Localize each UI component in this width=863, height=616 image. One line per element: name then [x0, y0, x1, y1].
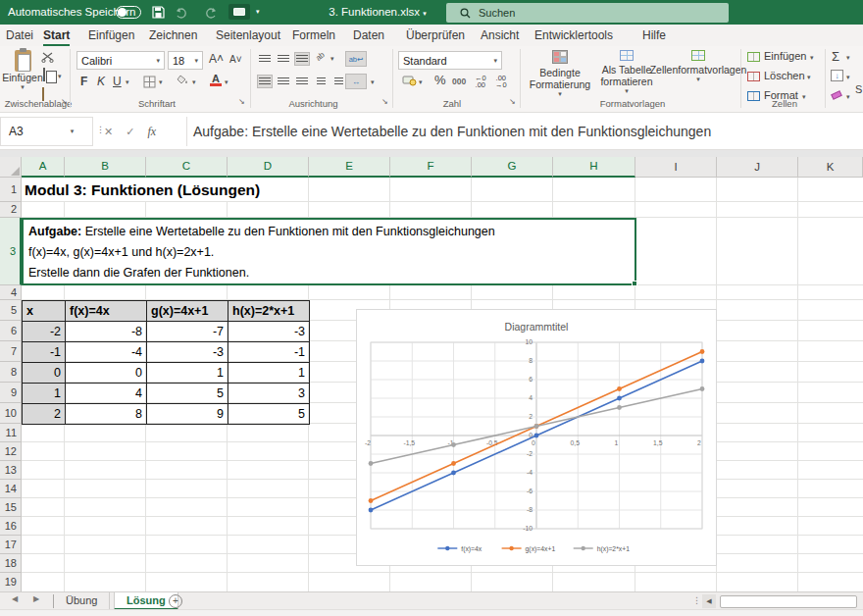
- row-header-19[interactable]: 19: [0, 573, 22, 591]
- table-cell[interactable]: -8: [66, 322, 147, 342]
- align-bottom-icon[interactable]: [294, 52, 310, 66]
- clipboard-dialog-launcher-icon[interactable]: ↘: [61, 97, 68, 106]
- table-cell[interactable]: 1: [23, 384, 66, 404]
- comma-style-icon[interactable]: 000: [452, 77, 466, 86]
- col-header-B[interactable]: B: [65, 157, 146, 178]
- table-cell[interactable]: 0: [66, 363, 147, 384]
- col-header-F[interactable]: F: [390, 157, 472, 178]
- fill-color-icon[interactable]: [177, 75, 189, 86]
- table-cell[interactable]: -3: [147, 342, 228, 363]
- table-cell[interactable]: -1: [23, 342, 66, 363]
- col-header-D[interactable]: D: [228, 157, 309, 178]
- row-header-4[interactable]: 4: [0, 285, 22, 300]
- ribbon-tab-zeichnen[interactable]: Zeichnen: [149, 25, 197, 46]
- table-cell[interactable]: 9: [147, 404, 228, 425]
- cell-a3-selected[interactable]: Aufgabe: Erstelle eine Wertetabelle zu d…: [22, 218, 636, 285]
- row-header-10[interactable]: 10: [0, 403, 22, 424]
- row-header-6[interactable]: 6: [0, 321, 22, 341]
- decrease-indent-icon[interactable]: [313, 75, 329, 88]
- cut-icon[interactable]: [41, 52, 54, 63]
- align-left-icon[interactable]: [257, 75, 273, 88]
- font-color-icon[interactable]: A: [210, 74, 222, 86]
- qat-customize-icon[interactable]: ▾: [256, 8, 260, 16]
- row-header-18[interactable]: 18: [0, 554, 22, 573]
- row-header-1[interactable]: 1: [0, 178, 22, 202]
- autosave-toggle[interactable]: [116, 6, 141, 19]
- row-header-9[interactable]: 9: [0, 383, 22, 403]
- align-center-icon[interactable]: [276, 75, 291, 88]
- align-middle-icon[interactable]: [276, 52, 291, 66]
- align-right-icon[interactable]: [294, 75, 310, 88]
- row-header-11[interactable]: 11: [0, 424, 22, 442]
- ribbon-tab-formeln[interactable]: Formeln: [292, 25, 335, 46]
- table-header-cell[interactable]: g(x)=4x+1: [147, 301, 228, 322]
- horizontal-scrollbar[interactable]: ◀: [702, 593, 863, 609]
- insert-cells-button[interactable]: Einfügen: [764, 50, 806, 62]
- add-sheet-icon[interactable]: +: [169, 594, 182, 608]
- increase-decimal-icon[interactable]: ←0.00: [475, 75, 486, 88]
- decrease-decimal-icon[interactable]: .00→0: [495, 75, 507, 88]
- table-cell[interactable]: -2: [23, 322, 66, 342]
- bold-button[interactable]: F: [80, 75, 87, 88]
- table-header-cell[interactable]: h(x)=2*x+1: [228, 301, 310, 322]
- number-dialog-launcher-icon[interactable]: ↘: [509, 97, 516, 106]
- table-cell[interactable]: 3: [228, 384, 310, 404]
- fx-icon[interactable]: fx: [147, 125, 156, 139]
- table-cell[interactable]: 8: [66, 404, 147, 425]
- col-header-H[interactable]: H: [553, 157, 635, 178]
- underline-button[interactable]: U: [113, 75, 122, 88]
- table-cell[interactable]: -7: [147, 322, 228, 342]
- increase-indent-icon[interactable]: [330, 75, 346, 88]
- col-header-I[interactable]: I: [635, 157, 717, 178]
- scroll-left-icon[interactable]: ◀: [702, 594, 716, 608]
- row-header-17[interactable]: 17: [0, 536, 22, 554]
- clear-icon[interactable]: [831, 90, 842, 100]
- align-top-icon[interactable]: [257, 52, 273, 66]
- percent-icon[interactable]: %: [434, 73, 446, 87]
- select-all-corner[interactable]: [0, 157, 22, 178]
- col-header-C[interactable]: C: [146, 157, 228, 178]
- italic-button[interactable]: K: [97, 75, 105, 88]
- grow-font-icon[interactable]: A˄: [209, 52, 224, 66]
- col-header-G[interactable]: G: [472, 157, 553, 178]
- autosum-button[interactable]: Σ: [832, 49, 839, 64]
- row-header-16[interactable]: 16: [0, 517, 22, 536]
- col-header-J[interactable]: J: [717, 157, 798, 178]
- table-cell[interactable]: 5: [228, 404, 310, 425]
- fill-down-icon[interactable]: ↓: [831, 70, 843, 81]
- table-cell[interactable]: 5: [147, 384, 228, 404]
- chart[interactable]: 1086420-2-4-6-8-10-2-1,5-1-0,500,511,52D…: [356, 309, 717, 566]
- search-box[interactable]: Suchen: [446, 3, 729, 23]
- col-header-E[interactable]: E: [309, 157, 390, 178]
- table-header-cell[interactable]: f(x)=4x: [66, 301, 147, 322]
- save-icon[interactable]: [149, 4, 167, 21]
- enter-icon[interactable]: ✓: [126, 126, 134, 138]
- tabbar-splitter[interactable]: ⋮: [692, 595, 701, 605]
- font-dialog-launcher-icon[interactable]: ↘: [238, 97, 245, 106]
- font-name-combo[interactable]: Calibri▾: [76, 51, 165, 70]
- sheet-nav-right-icon[interactable]: ▶: [33, 594, 39, 603]
- ribbon-tab-ansicht[interactable]: Ansicht: [481, 25, 519, 46]
- touch-mode-icon[interactable]: [228, 4, 250, 20]
- table-cell[interactable]: -3: [228, 322, 310, 342]
- table-cell[interactable]: -1: [228, 342, 310, 363]
- row-header-14[interactable]: 14: [0, 480, 22, 498]
- borders-icon[interactable]: [143, 76, 156, 90]
- col-header-A[interactable]: A: [22, 157, 65, 178]
- sheet-tab-übung[interactable]: Übung: [54, 592, 110, 610]
- table-cell[interactable]: 2: [23, 404, 66, 425]
- cancel-icon[interactable]: ✕: [104, 126, 113, 138]
- table-cell[interactable]: 0: [23, 363, 66, 384]
- row-header-13[interactable]: 13: [0, 461, 22, 480]
- ribbon-tab-einfügen[interactable]: Einfügen: [88, 25, 134, 46]
- scrollbar-thumb[interactable]: [720, 595, 857, 608]
- ribbon-tab-seitenlayout[interactable]: Seitenlayout: [216, 25, 280, 46]
- delete-cells-button[interactable]: Löschen: [764, 70, 805, 81]
- formula-input[interactable]: Aufgabe: Erstelle eine Wertetabelle zu d…: [186, 117, 863, 146]
- paste-button[interactable]: Einfügen ▾: [4, 50, 41, 91]
- alignment-dialog-launcher-icon[interactable]: ↘: [381, 97, 388, 106]
- cell-a1[interactable]: Modul 3: Funktionen (Lösungen): [25, 178, 260, 202]
- row-header-15[interactable]: 15: [0, 498, 22, 517]
- copy-icon[interactable]: [43, 69, 45, 80]
- shrink-font-icon[interactable]: A˅: [229, 54, 242, 65]
